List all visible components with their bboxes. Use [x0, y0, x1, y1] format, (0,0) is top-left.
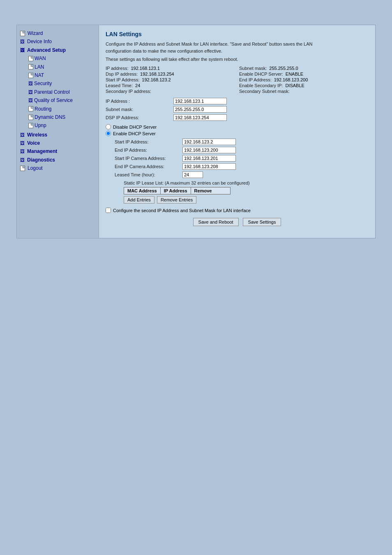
form-row-dsp: DSP IP Address:	[106, 114, 369, 121]
person-icon-wireless: 🖼	[20, 131, 25, 139]
dhcp-end-row: End IP Address:	[115, 147, 369, 153]
enable-dhcp-row: Enable DHCP Server	[106, 131, 369, 136]
person-icon-voice: 🖼	[20, 139, 25, 147]
description-1: Configure the IP Address and Subnet Mask…	[106, 41, 369, 54]
person-icon-adv: 🖼	[20, 46, 25, 54]
main-content: LAN Settings Configure the IP Address an…	[99, 25, 375, 238]
secondary-ip-row: Configure the second IP Address and Subn…	[106, 208, 369, 213]
form-row-ip: IP Address :	[106, 98, 369, 104]
leased-time-input[interactable]	[182, 171, 203, 178]
dsp-ip-input[interactable]	[173, 114, 227, 121]
secondary-ip-checkbox[interactable]	[106, 208, 111, 213]
dhcp-radio-group: Disable DHCP Server Enable DHCP Server	[106, 124, 369, 136]
doc-icon-nat	[28, 73, 33, 78]
remove-entries-button[interactable]: Remove Entries	[157, 196, 196, 204]
sidebar-link-device-info[interactable]: Device Info	[26, 37, 52, 46]
sidebar-item-diagnostics[interactable]: 🖼 Diagnostics	[20, 156, 95, 164]
action-buttons: Save and Reboot Save Settings	[106, 218, 369, 226]
entry-buttons: Add Entries Remove Entries	[124, 196, 369, 204]
dhcp-start-input[interactable]	[182, 139, 236, 145]
table-col-mac: MAC Address	[124, 187, 161, 194]
form-row-subnet: Subnet mask:	[106, 106, 369, 113]
sidebar-item-device-info[interactable]: 🖼 Device Info	[20, 37, 95, 46]
enable-dhcp-radio[interactable]	[106, 131, 111, 136]
doc-icon	[20, 31, 25, 36]
doc-icon-ddns	[28, 115, 33, 120]
sidebar-link-voice[interactable]: Voice	[26, 139, 40, 147]
mac-table-header: MAC Address IP Address Remove	[124, 187, 231, 194]
dhcp-start-row: Start IP Address:	[115, 139, 369, 145]
info-row-ip: IP address: 192.168.123.1	[106, 66, 235, 71]
advanced-setup-subitems: WAN LAN NAT 🖼 Security 🖼 Parental Contro…	[20, 54, 95, 130]
add-entries-button[interactable]: Add Entries	[124, 196, 154, 204]
disable-dhcp-radio[interactable]	[106, 124, 111, 130]
info-row-subnet: Subnet mask: 255.255.255.0	[239, 66, 369, 71]
static-lease-text: Static IP Lease List: (A maximum 32 entr…	[124, 180, 369, 185]
dhcp-cam-end-row: End IP Camera Address:	[115, 163, 369, 170]
sidebar-link-diagnostics[interactable]: Diagnostics	[26, 156, 55, 164]
info-grid: IP address: 192.168.123.1 Subnet mask: 2…	[106, 66, 369, 94]
sidebar-item-upnp[interactable]: Upnp	[28, 121, 95, 130]
dhcp-end-input[interactable]	[182, 147, 236, 153]
enable-dhcp-radio-label: Enable DHCP Server	[113, 131, 156, 136]
sidebar-item-lan[interactable]: LAN	[28, 63, 95, 71]
reboot-note: These settings as following will take ef…	[106, 57, 369, 62]
info-row-enable-dhcp: Enable DHCP Server: ENABLE	[239, 72, 369, 76]
sidebar-item-management[interactable]: 🖼 Management	[20, 147, 95, 155]
person-icon: 🖼	[20, 38, 25, 46]
sidebar-link-management[interactable]: Management	[26, 147, 57, 155]
person-icon-parental: 🖼	[28, 88, 33, 96]
save-settings-button[interactable]: Save Settings	[243, 218, 281, 226]
leased-time-row: Leased Time (hour):	[115, 171, 369, 178]
info-row-sec-ip-addr: Secondary IP address:	[106, 89, 235, 94]
sidebar-item-advanced-setup[interactable]: 🖼 Advanced Setup	[20, 46, 95, 54]
person-icon-security: 🖼	[28, 80, 33, 88]
info-row-leased-time: Leased Time: 24	[106, 83, 235, 88]
doc-icon-lan	[28, 64, 33, 69]
info-row-start-ip: Start IP Address: 192.168.123.2	[106, 77, 235, 82]
disable-dhcp-row: Disable DHCP Server	[106, 124, 369, 130]
cam-end-input[interactable]	[182, 163, 236, 170]
sidebar-item-wan[interactable]: WAN	[28, 54, 95, 62]
sidebar: Wizard 🖼 Device Info 🖼 Advanced Setup WA…	[17, 25, 99, 238]
table-col-ip: IP Address	[161, 187, 191, 194]
sidebar-item-logout[interactable]: Logout	[20, 164, 95, 172]
doc-icon-logout	[20, 166, 25, 171]
sidebar-item-security[interactable]: 🖼 Security	[28, 79, 95, 88]
sidebar-link-logout[interactable]: Logout	[27, 164, 43, 172]
sidebar-item-dynamic-dns[interactable]: Dynamic DNS	[28, 113, 95, 121]
page-title: LAN Settings	[106, 31, 369, 37]
doc-icon-routing	[28, 106, 33, 111]
sidebar-item-parental-control[interactable]: 🖼 Parental Control	[28, 88, 95, 96]
info-row-dsp: Dsp IP address: 192.168.123.254	[106, 72, 235, 76]
sidebar-item-routing[interactable]: Routing	[28, 105, 95, 113]
dhcp-cam-start-row: Start IP Camera Address:	[115, 155, 369, 162]
info-row-end-ip: End IP Address: 192.168.123.200	[239, 77, 369, 82]
form-section: IP Address : Subnet mask: DSP IP Address…	[106, 98, 369, 121]
table-col-remove: Remove	[191, 187, 215, 194]
save-reboot-button[interactable]: Save and Reboot	[193, 218, 239, 226]
person-icon-diag: 🖼	[20, 156, 25, 164]
doc-icon-wan	[28, 56, 33, 61]
disable-dhcp-label: Disable DHCP Server	[113, 125, 157, 130]
sidebar-item-wizard[interactable]: Wizard	[20, 29, 95, 37]
person-icon-mgmt: 🖼	[20, 148, 25, 155]
subnet-mask-input[interactable]	[173, 106, 227, 113]
info-row-sec-subnet: Secondary Subnet mask:	[239, 89, 369, 94]
cam-start-input[interactable]	[182, 155, 236, 162]
info-row-secondary-ip: Enable Secondary IP: DISABLE	[239, 83, 369, 88]
ip-address-input[interactable]	[173, 98, 227, 104]
doc-icon-upnp	[28, 123, 33, 128]
sidebar-link-advanced-setup[interactable]: Advanced Setup	[26, 46, 66, 54]
sidebar-link-wireless[interactable]: Wireless	[26, 131, 47, 139]
sidebar-link-wizard[interactable]: Wizard	[27, 29, 43, 37]
secondary-ip-label: Configure the second IP Address and Subn…	[113, 208, 251, 213]
sidebar-item-wireless[interactable]: 🖼 Wireless	[20, 131, 95, 139]
sidebar-item-nat[interactable]: NAT	[28, 71, 95, 79]
sidebar-item-voice[interactable]: 🖼 Voice	[20, 139, 95, 147]
dhcp-subform: Start IP Address: End IP Address: Start …	[106, 139, 369, 204]
sidebar-item-qos[interactable]: 🖼 Quality of Service	[28, 96, 95, 104]
person-icon-qos: 🖼	[28, 97, 33, 104]
